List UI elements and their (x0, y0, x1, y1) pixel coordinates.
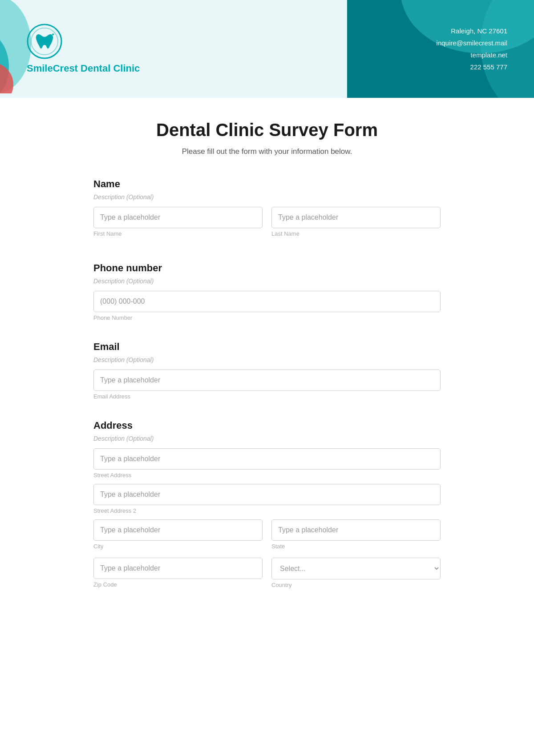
street-address-sublabel: Street Address (93, 472, 441, 479)
state-input[interactable] (271, 519, 441, 541)
city-input[interactable] (93, 519, 263, 541)
section-email: Email Description (Optional) Email Addre… (93, 341, 441, 400)
city-state-row: City State (93, 519, 441, 555)
page-header: ✦ SmileCrest Dental Clinic Raleigh, NC 2… (0, 0, 534, 98)
section-name: Name Description (Optional) First Name L… (93, 178, 441, 242)
section-email-description: Description (Optional) (93, 356, 441, 363)
last-name-label: Last Name (271, 230, 441, 237)
phone-group: Phone Number (93, 291, 441, 321)
logo-area: ✦ SmileCrest Dental Clinic (27, 24, 140, 74)
contact-info: Raleigh, NC 27601 inquire@smilecrest.mai… (437, 25, 507, 73)
phone-input[interactable] (93, 291, 441, 312)
country-group: Select... United States Canada United Ki… (271, 558, 441, 588)
section-phone-label: Phone number (93, 262, 441, 274)
last-name-group: Last Name (271, 207, 441, 237)
email-input[interactable] (93, 370, 441, 391)
svg-text:✦: ✦ (51, 32, 55, 37)
form-title: Dental Clinic Survey Form (93, 120, 441, 140)
section-name-description: Description (Optional) (93, 193, 441, 201)
city-sublabel: City (93, 543, 263, 550)
first-name-group: First Name (93, 207, 263, 237)
zip-input[interactable] (93, 558, 263, 579)
section-email-label: Email (93, 341, 441, 353)
contact-website: template.net (437, 49, 507, 61)
name-input-row: First Name Last Name (93, 207, 441, 242)
street-address2-sublabel: Street Address 2 (93, 507, 441, 514)
section-address-description: Description (Optional) (93, 435, 441, 442)
zip-country-row: Zip Code Select... United States Canada … (93, 558, 441, 594)
first-name-label: First Name (93, 230, 263, 237)
zip-sublabel: Zip Code (93, 581, 263, 588)
country-sublabel: Country (271, 582, 441, 588)
email-group: Email Address (93, 370, 441, 400)
main-form: Dental Clinic Survey Form Please fill ou… (67, 98, 467, 649)
logo-text: SmileCrest Dental Clinic (27, 63, 140, 74)
section-address: Address Description (Optional) Street Ad… (93, 420, 441, 594)
street-address-group: Street Address (93, 448, 441, 479)
zip-group: Zip Code (93, 558, 263, 588)
street-address2-group: Street Address 2 (93, 484, 441, 514)
phone-sublabel: Phone Number (93, 314, 441, 321)
state-sublabel: State (271, 543, 441, 550)
contact-email: inquire@smilecrest.mail (437, 37, 507, 49)
section-address-label: Address (93, 420, 441, 431)
section-name-label: Name (93, 178, 441, 190)
section-phone-description: Description (Optional) (93, 277, 441, 285)
street-address-input[interactable] (93, 448, 441, 470)
email-sublabel: Email Address (93, 393, 441, 400)
logo-icon: ✦ (27, 24, 62, 59)
last-name-input[interactable] (271, 207, 441, 228)
contact-address: Raleigh, NC 27601 (437, 25, 507, 37)
city-group: City (93, 519, 263, 550)
street-address2-input[interactable] (93, 484, 441, 505)
section-phone: Phone number Description (Optional) Phon… (93, 262, 441, 321)
contact-phone: 222 555 777 (437, 61, 507, 73)
country-select[interactable]: Select... United States Canada United Ki… (271, 558, 441, 579)
first-name-input[interactable] (93, 207, 263, 228)
form-subtitle: Please fill out the form with your infor… (93, 147, 441, 156)
state-group: State (271, 519, 441, 550)
